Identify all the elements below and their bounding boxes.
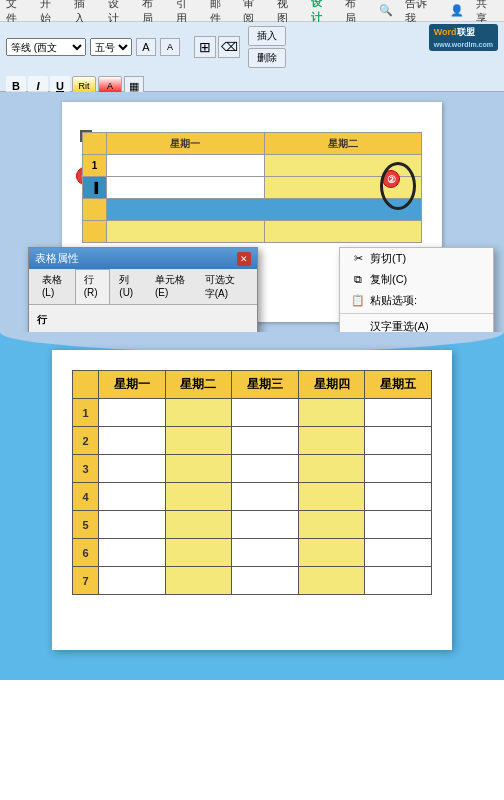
col-header-fri: 星期五 xyxy=(365,371,432,399)
paste-icon: 📋 xyxy=(350,294,366,307)
cell-r5-c5 xyxy=(365,511,432,539)
col-header-thu: 星期四 xyxy=(298,371,365,399)
cell-r3-c4 xyxy=(298,455,365,483)
tab-row[interactable]: 行(R) xyxy=(75,269,111,304)
ribbon-content: 等线 (西文 五号 A A ⊞ ⌫ 插入 删除 B I U Rit A xyxy=(0,22,504,98)
cell-r1-c2 xyxy=(165,399,232,427)
row-num-2: 2 xyxy=(73,427,99,455)
ribbon: Word联盟www.wordlm.com 等线 (西文 五号 A A ⊞ ⌫ 插… xyxy=(0,22,504,92)
cell-r7-c5 xyxy=(365,567,432,595)
dialog-title: 表格属性 xyxy=(35,251,79,266)
dialog-close-btn[interactable]: ✕ xyxy=(237,252,251,266)
ctx-copy[interactable]: ⧉ 复制(C) xyxy=(340,269,493,290)
cell-r2-c5 xyxy=(365,427,432,455)
cell-r6-c1 xyxy=(99,539,166,567)
cell-r4-c2 xyxy=(165,483,232,511)
row-num-6: 6 xyxy=(73,539,99,567)
table-row: 1 xyxy=(73,399,432,427)
row-num-5: 5 xyxy=(73,511,99,539)
cell-r4-c3 xyxy=(232,483,299,511)
table-row: 5 xyxy=(73,511,432,539)
context-menu: ✂ 剪切(T) ⧉ 复制(C) 📋 粘贴选项: 汉字重选(A) 插入(I)...… xyxy=(339,247,494,332)
cell-r4-c5 xyxy=(365,483,432,511)
col-header-mon: 星期一 xyxy=(99,371,166,399)
row-num-4: 4 xyxy=(73,483,99,511)
doc-area-top: ① 星期一 星期二 1 ▐ xyxy=(0,92,504,332)
dialog-section-row: 行 xyxy=(37,313,249,327)
cell-r3-c1 xyxy=(99,455,166,483)
font-shrink-btn[interactable]: A xyxy=(160,38,180,56)
table-properties-dialog[interactable]: 表格属性 ✕ 表格(L) 行(R) 列(U) 单元格(E) 可选文字(A) 行 … xyxy=(28,247,258,332)
cell-r2-c1 xyxy=(99,427,166,455)
grid-icon: ⊞ xyxy=(194,36,216,58)
ctx-hanzi[interactable]: 汉字重选(A) xyxy=(340,316,493,332)
cell-r1-c1 xyxy=(99,399,166,427)
table-row: 7 xyxy=(73,567,432,595)
cell-r3-c3 xyxy=(232,455,299,483)
cell-r7-c3 xyxy=(232,567,299,595)
cell-r6-c5 xyxy=(365,539,432,567)
col-header-wed: 星期三 xyxy=(232,371,299,399)
ctx-cut[interactable]: ✂ 剪切(T) xyxy=(340,248,493,269)
cell-r7-c1 xyxy=(99,567,166,595)
insert-btn[interactable]: 插入 xyxy=(248,26,286,46)
doc-area-bottom: 星期一 星期二 星期三 星期四 星期五 1234567 xyxy=(0,332,504,680)
cell-r5-c3 xyxy=(232,511,299,539)
badge-2: ② xyxy=(382,170,400,188)
cell-r1-c4 xyxy=(298,399,365,427)
font-size-select[interactable]: 五号 xyxy=(90,38,132,56)
cell-r5-c2 xyxy=(165,511,232,539)
wave-decoration xyxy=(0,332,504,352)
table-row: 2 xyxy=(73,427,432,455)
ctx-divider-1 xyxy=(340,313,493,314)
cell-r4-c4 xyxy=(298,483,365,511)
table-row: 3 xyxy=(73,455,432,483)
cell-r6-c2 xyxy=(165,539,232,567)
dialog-titlebar: 表格属性 ✕ xyxy=(29,248,257,269)
ctx-paste[interactable]: 📋 粘贴选项: xyxy=(340,290,493,311)
col-header-1: 星期一 xyxy=(107,133,265,155)
tab-table[interactable]: 表格(L) xyxy=(33,269,75,304)
cell-r5-c4 xyxy=(298,511,365,539)
font-grow-btn[interactable]: A xyxy=(136,38,156,56)
col-header-tue: 星期二 xyxy=(165,371,232,399)
row-num-7: 7 xyxy=(73,567,99,595)
cell-r2-c4 xyxy=(298,427,365,455)
copy-icon: ⧉ xyxy=(350,273,366,286)
cell-r1-c5 xyxy=(365,399,432,427)
schedule-table: 星期一 星期二 星期三 星期四 星期五 1234567 xyxy=(72,370,432,595)
doc-page-bottom: 星期一 星期二 星期三 星期四 星期五 1234567 xyxy=(52,350,452,650)
table-row: 6 xyxy=(73,539,432,567)
col-header-2: 星期二 xyxy=(264,133,422,155)
cell-r6-c4 xyxy=(298,539,365,567)
cell-r1-c3 xyxy=(232,399,299,427)
delete-btn[interactable]: 删除 xyxy=(248,48,286,68)
dialog-size-label: 尺寸: xyxy=(37,331,249,332)
cell-r2-c3 xyxy=(232,427,299,455)
menu-toolbar: 文件 开始 插入 设计 布局 引用 邮件 审阅 视图 设计 布局 🔍 告诉我 👤… xyxy=(0,0,504,22)
user-icon: 👤 xyxy=(450,4,464,17)
search-icon: 🔍 xyxy=(379,4,393,17)
cut-icon: ✂ xyxy=(350,252,366,265)
table-row: 4 xyxy=(73,483,432,511)
cell-r3-c5 xyxy=(365,455,432,483)
tab-cell[interactable]: 单元格(E) xyxy=(146,269,196,304)
table-corner xyxy=(73,371,99,399)
row-num-3: 3 xyxy=(73,455,99,483)
cell-r7-c2 xyxy=(165,567,232,595)
cell-r6-c3 xyxy=(232,539,299,567)
font-type-select[interactable]: 等线 (西文 xyxy=(6,38,86,56)
cell-r4-c1 xyxy=(99,483,166,511)
dialog-body: 行 尺寸: 指定高度(S): 厘米 行高值(I): 最小值 ⑤ 选项(O) 允许… xyxy=(29,305,257,332)
cell-r2-c2 xyxy=(165,427,232,455)
tab-col[interactable]: 列(U) xyxy=(110,269,146,304)
dialog-tabs: 表格(L) 行(R) 列(U) 单元格(E) 可选文字(A) xyxy=(29,269,257,305)
cell-r3-c2 xyxy=(165,455,232,483)
row-num-1: 1 xyxy=(73,399,99,427)
cell-r5-c1 xyxy=(99,511,166,539)
cell-r7-c4 xyxy=(298,567,365,595)
eraser-icon: ⌫ xyxy=(218,36,240,58)
doc-table-top: 星期一 星期二 1 ▐ xyxy=(82,132,422,243)
tab-alt[interactable]: 可选文字(A) xyxy=(196,269,253,304)
